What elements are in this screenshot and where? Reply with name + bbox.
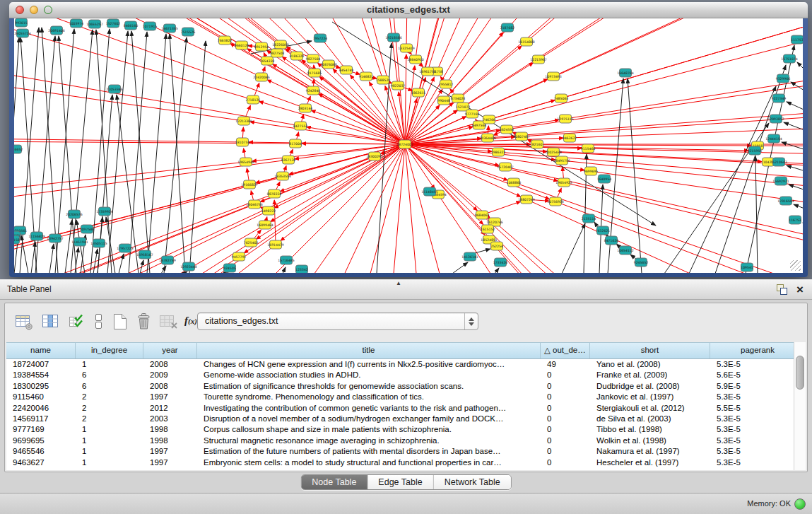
red-edge[interactable] — [405, 144, 477, 211]
graph-node[interactable]: 1003974 — [69, 19, 84, 28]
table-cell[interactable]: 1 — [76, 446, 143, 457]
tab-edge-table[interactable]: Edge Table — [367, 475, 433, 489]
graph-node[interactable]: 9822037 — [391, 81, 406, 90]
table-cell[interactable]: 5.5E-5 — [710, 403, 806, 414]
graph-node[interactable]: 1733426 — [493, 258, 508, 267]
close-window-button[interactable] — [16, 6, 24, 14]
graph-node[interactable]: 8466160 — [124, 21, 139, 30]
graph-node[interactable]: 817004 — [289, 139, 302, 148]
graph-node[interactable]: 252254 — [490, 242, 503, 250]
table-cell[interactable]: Tourette syndrome. Phenomenology and cla… — [197, 392, 541, 402]
black-edge[interactable] — [31, 242, 35, 273]
graph-node[interactable]: 20206576 — [66, 210, 82, 218]
graph-node[interactable]: 12213389 — [235, 117, 252, 125]
close-panel-icon[interactable]: × — [796, 282, 804, 297]
graph-node[interactable]: 11156829 — [28, 232, 45, 240]
network-window-titlebar[interactable]: citations_edges.txt — [9, 2, 808, 18]
graph-node[interactable]: 1588520 — [376, 76, 391, 84]
graph-node[interactable]: 21053346 — [106, 85, 122, 93]
graph-node[interactable]: 1654338 — [260, 57, 275, 65]
red-edge[interactable] — [489, 240, 803, 273]
table-cell[interactable]: 5.3E-5 — [710, 446, 806, 457]
column-header-out_de[interactable]: △ out_de… — [541, 343, 590, 358]
black-edge[interactable] — [787, 102, 803, 112]
black-edge[interactable] — [283, 267, 286, 273]
red-edge[interactable] — [259, 102, 405, 144]
graph-node[interactable]: 10756928 — [547, 197, 563, 206]
table-row[interactable]: 1872400712008Changes of HCN gene express… — [6, 359, 806, 370]
graph-node[interactable]: 12444154 — [765, 134, 782, 143]
table-cell[interactable]: 0 — [541, 403, 590, 414]
table-panel-titlebar[interactable]: Table Panel ▲ × — [0, 279, 812, 300]
graph-node[interactable]: 12975115 — [557, 115, 573, 123]
graph-node[interactable]: 109541 — [741, 263, 753, 271]
red-edge[interactable] — [302, 144, 405, 144]
tab-network-table[interactable]: Network Table — [433, 475, 511, 489]
graph-node[interactable]: 13505115 — [90, 239, 107, 247]
rows-icon[interactable] — [93, 313, 105, 331]
scrollbar-thumb[interactable] — [796, 356, 804, 390]
table-settings-icon[interactable] — [15, 313, 33, 331]
table-row[interactable]: 977716911998Corpus callosum shape and si… — [6, 424, 806, 435]
table-cell[interactable]: 1997 — [143, 457, 197, 468]
table-cell[interactable]: 6 — [76, 381, 143, 392]
red-edge[interactable] — [131, 18, 405, 144]
table-row[interactable]: 946554611997Estimation of the future num… — [6, 446, 806, 457]
table-cell[interactable]: 2 — [76, 414, 143, 424]
table-cell[interactable]: 18724007 — [6, 359, 76, 370]
resize-grip[interactable] — [790, 260, 801, 271]
black-edge[interactable] — [689, 86, 776, 273]
graph-node[interactable]: 15692971 — [772, 177, 789, 185]
table-row[interactable]: 946362711997Embryonic stem cells: a mode… — [6, 457, 806, 468]
column-chooser-icon[interactable] — [42, 313, 60, 331]
graph-node[interactable]: 19654923 — [555, 178, 572, 187]
table-cell[interactable]: 2008 — [143, 359, 197, 370]
red-edge[interactable] — [405, 18, 803, 144]
graph-node[interactable]: 10655257 — [86, 20, 102, 28]
red-edge[interactable] — [526, 199, 803, 273]
citation-network-graph[interactable]: 7663822966012889129541822605898275088186… — [14, 18, 803, 273]
graph-node[interactable]: 9699695 — [584, 167, 599, 175]
black-edge[interactable] — [161, 266, 166, 273]
graph-node[interactable]: 2803144 — [298, 104, 313, 112]
table-cell[interactable]: 9463627 — [6, 457, 76, 468]
graph-node[interactable]: 111753 — [791, 35, 803, 44]
graph-node[interactable]: 9684067 — [475, 211, 490, 219]
red-edge[interactable] — [405, 144, 490, 218]
graph-node[interactable]: 2718126 — [246, 95, 261, 104]
table-cell[interactable]: Hescheler et al. (1997) — [590, 457, 710, 468]
zoom-window-button[interactable] — [44, 6, 52, 14]
graph-node[interactable]: 10807487 — [513, 132, 529, 141]
divider-handle-icon[interactable]: ▲ — [396, 280, 401, 286]
table-cell[interactable]: 5.6E-5 — [710, 370, 806, 380]
table-cell[interactable]: Investigating the contribution of common… — [197, 403, 541, 414]
graph-node[interactable]: 24055724 — [14, 29, 30, 37]
graph-node[interactable]: 1071915 — [143, 22, 158, 30]
graph-node[interactable]: 17359924 — [96, 207, 112, 216]
red-edge[interactable] — [405, 78, 425, 144]
table-cell[interactable]: 1998 — [143, 436, 197, 446]
graph-node[interactable]: 990448 — [437, 96, 450, 105]
graph-hub-node[interactable]: 18724007 — [396, 140, 413, 148]
black-edge[interactable] — [562, 223, 585, 273]
graph-node[interactable]: 7515526 — [181, 28, 196, 36]
table-cell[interactable]: Estimation of the future numbers of pati… — [197, 446, 541, 457]
graph-node[interactable]: 7955812 — [439, 80, 454, 88]
graph-node[interactable]: 8878334 — [267, 189, 282, 198]
trash-icon[interactable] — [135, 313, 153, 331]
table-cell[interactable]: 2003 — [143, 414, 197, 424]
red-edge[interactable] — [479, 18, 803, 125]
graph-node[interactable]: 10973493 — [545, 72, 561, 81]
graph-node[interactable]: 13942757 — [47, 234, 63, 243]
table-cell[interactable]: Yano et al. (2008) — [590, 359, 710, 370]
table-cell[interactable]: 2 — [76, 403, 143, 414]
graph-node[interactable]: 9457791 — [232, 252, 247, 261]
red-edge[interactable] — [437, 18, 803, 71]
black-edge[interactable] — [797, 62, 803, 75]
table-cell[interactable]: 9115460 — [6, 392, 76, 402]
black-edge[interactable] — [784, 122, 803, 132]
graph-node[interactable]: 9115460 — [581, 144, 596, 153]
table-cell[interactable]: 1 — [76, 359, 143, 370]
vertical-scrollbar[interactable] — [794, 342, 806, 470]
black-edge[interactable] — [782, 142, 803, 151]
